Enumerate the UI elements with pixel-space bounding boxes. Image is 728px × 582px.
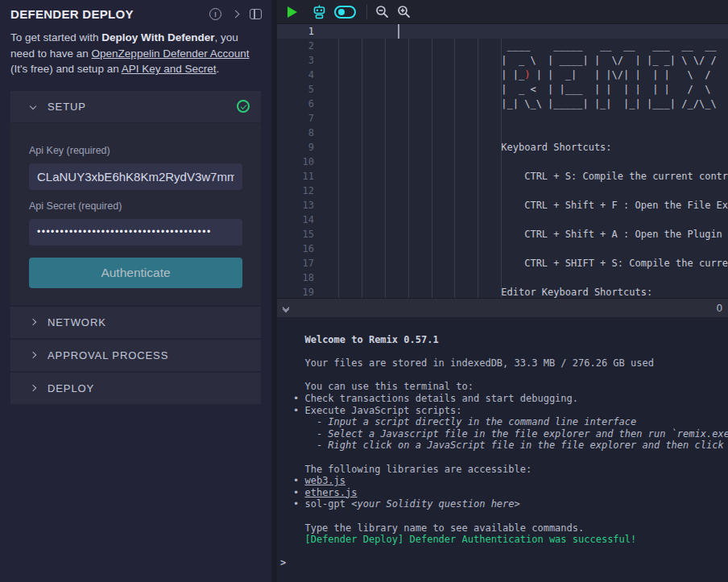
api-key-input[interactable] <box>29 163 242 190</box>
chevron-right-icon[interactable] <box>232 10 240 19</box>
run-script-button[interactable] <box>287 6 297 18</box>
editor-line[interactable] <box>338 155 728 169</box>
approval-process-section-header[interactable]: APPROVAL PROCESS <box>10 340 261 371</box>
text-segment: (It's free) and setup an <box>10 63 122 75</box>
editor-line[interactable]: | _ < | |___ | | | | | | / \ <box>338 82 728 97</box>
text-segment: - <box>293 428 328 440</box>
terminal-line: - Right click on a JavaScript file in th… <box>293 440 728 452</box>
terminal-prompt[interactable]: > <box>280 557 728 569</box>
setup-form: Api Key (required) Api Secret (required)… <box>10 122 261 305</box>
line-number[interactable]: 14 <box>277 213 338 227</box>
text-segment: CTRL + S: Compile the current contract <box>524 171 728 182</box>
editor-line[interactable]: CTRL + Shift + F : Open the File Explore… <box>338 198 728 213</box>
ai-assistant-icon[interactable] <box>312 4 327 19</box>
line-number[interactable]: 7 <box>277 111 338 126</box>
plugin-header-icons: ! <box>209 8 262 20</box>
api-key-label: Api Key (required) <box>29 145 242 156</box>
line-number[interactable]: 18 <box>277 270 338 285</box>
line-number[interactable]: 5 <box>277 82 338 97</box>
line-number[interactable]: 13 <box>277 198 338 213</box>
authenticate-button[interactable]: Authenticate <box>29 258 242 288</box>
terminal-link[interactable]: ethers.js <box>304 487 357 498</box>
line-number[interactable]: 6 <box>277 97 338 111</box>
zoom-out-icon[interactable] <box>375 5 389 19</box>
editor-line[interactable] <box>338 24 728 39</box>
deploy-section-header[interactable]: DEPLOY <box>10 373 261 404</box>
setup-complete-check-icon <box>237 100 250 113</box>
ai-copilot-toggle[interactable] <box>334 6 356 19</box>
editor-line[interactable]: |_| \_\ |_____| |_| |_| |___| /_/\_\ <box>338 97 728 111</box>
line-number-gutter: 12345678910111213141516171819 <box>277 24 338 298</box>
chevron-down-icon <box>30 103 36 109</box>
editor-line[interactable]: CTRL + S: Compile the current contract <box>338 169 728 184</box>
split-panel-icon[interactable] <box>250 9 262 19</box>
editor-line[interactable] <box>338 213 728 227</box>
text-segment: Your files are stored in indexedDB, 33.3… <box>293 357 654 369</box>
terminal-link[interactable]: API Key and Secret <box>122 63 217 75</box>
editor-line[interactable]: | _ \ | ____| | \/ | |_ _| \ \/ / <box>338 53 728 68</box>
line-number[interactable]: 1 <box>277 24 338 39</box>
setup-section-header[interactable]: SETUP <box>10 91 261 122</box>
line-number[interactable]: 16 <box>277 241 338 256</box>
text-segment <box>293 334 304 345</box>
network-section-header[interactable]: NETWORK <box>10 307 261 338</box>
editor-content[interactable]: ____ _____ __ __ ___ __ __ | _ \ | ____|… <box>338 24 728 298</box>
terminal-line <box>293 346 728 358</box>
expand-terminal-icon[interactable] <box>283 305 288 312</box>
text-segment: • Execute JavaScript scripts: <box>293 405 462 416</box>
text-segment: Keyboard Shortcuts: <box>501 142 611 153</box>
line-number[interactable]: 17 <box>277 256 338 270</box>
plugin-header: DEFENDER DEPLOY ! <box>0 0 271 21</box>
editor-line[interactable] <box>338 241 728 256</box>
text-cursor <box>398 24 399 39</box>
editor-line[interactable]: Keyboard Shortcuts: <box>338 140 728 155</box>
terminal-line: Type the library name to see available c… <box>293 522 728 535</box>
line-number[interactable]: 10 <box>277 155 338 169</box>
editor-line[interactable] <box>338 270 728 285</box>
line-number[interactable]: 2 <box>277 39 338 53</box>
editor-line[interactable] <box>338 184 728 198</box>
approval-process-section-label: APPROVAL PROCESS <box>48 349 168 361</box>
editor-line[interactable]: CTRL + SHIFT + S: Compile the current co… <box>338 256 728 270</box>
line-number[interactable]: 8 <box>277 126 338 140</box>
api-secret-input[interactable]: •••••••••••••••••••••••••••••••••••••• <box>29 219 242 246</box>
editor-line[interactable]: | |_) | | _| | |\/| | | | \ / <box>338 68 728 82</box>
code-editor[interactable]: 12345678910111213141516171819 ____ _____… <box>277 24 728 298</box>
terminal[interactable]: Welcome to Remix 0.57.1 Your files are s… <box>277 317 728 582</box>
line-number[interactable]: 9 <box>277 140 338 155</box>
terminal-line: - Input a script directly in the command… <box>293 416 728 428</box>
chevron-right-icon <box>30 352 36 358</box>
editor-line[interactable]: Editor Keyboard Shortcuts: <box>338 285 728 298</box>
line-number[interactable]: 11 <box>277 169 338 184</box>
line-number[interactable]: 3 <box>277 53 338 68</box>
editor-line[interactable]: CTRL + Shift + A : Open the Plugin Manag… <box>338 227 728 241</box>
text-segment: [Defender Deploy] Defender Authenticatio… <box>304 534 636 545</box>
editor-line[interactable] <box>338 111 728 126</box>
terminal-link[interactable]: OpenZeppelin Defender Account <box>92 47 250 60</box>
text-segment: CTRL + Shift + F : Open the File Explore… <box>524 200 728 211</box>
text-segment: Editor Keyboard Shortcuts: <box>501 287 652 298</box>
editor-line[interactable]: ____ _____ __ __ ___ __ __ <box>338 39 728 53</box>
terminal-header-bar[interactable]: 0 <box>277 298 728 317</box>
zoom-in-icon[interactable] <box>397 5 411 19</box>
line-number[interactable]: 12 <box>277 184 338 198</box>
line-number[interactable]: 19 <box>277 285 338 298</box>
panel-divider[interactable] <box>271 0 277 582</box>
editor-line[interactable] <box>338 126 728 140</box>
text-segment: | _ < | |___ | | | | | | / \ <box>501 84 710 95</box>
text-segment: - <box>293 416 328 427</box>
text-segment: | _ \ | ____| | \/ | |_ _| \ \/ / <box>501 55 716 66</box>
chevron-right-icon <box>30 319 36 325</box>
terminal-line: • Check transactions details and start d… <box>293 393 728 405</box>
setup-section: SETUP Api Key (required) Api Secret (req… <box>10 91 261 305</box>
text-segment: CTRL + Shift + A : Open the Plugin Manag… <box>524 229 728 240</box>
terminal-line: Welcome to Remix 0.57.1 <box>293 334 728 346</box>
text-segment: | | _| | |\/| | | | \ / <box>530 69 710 80</box>
text-segment: The following libraries are accessible: <box>293 464 532 475</box>
network-section-label: NETWORK <box>48 316 106 328</box>
line-number[interactable]: 15 <box>277 227 338 241</box>
terminal-link[interactable]: web3.js <box>304 475 345 486</box>
line-number[interactable]: 4 <box>277 68 338 82</box>
info-icon[interactable]: ! <box>209 8 221 20</box>
text-segment: • <box>293 475 304 486</box>
